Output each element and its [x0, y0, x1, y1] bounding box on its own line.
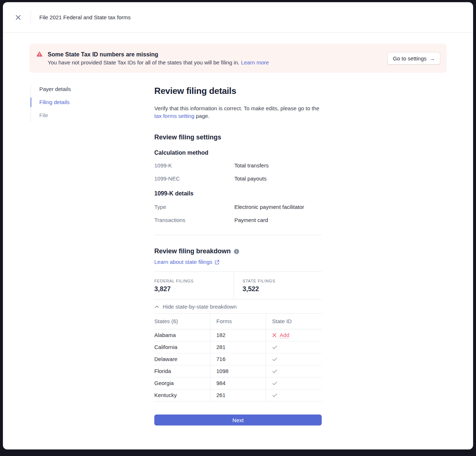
- ext-link-label: Learn about state filings: [154, 258, 212, 266]
- detail-label: 1099-NEC: [154, 175, 234, 182]
- detail-value: Payment card: [234, 217, 268, 224]
- page-title: Review filing details: [154, 86, 322, 96]
- forms-count-cell: 984: [210, 377, 266, 389]
- sidebar-item-file[interactable]: File: [31, 109, 154, 122]
- state-name-cell: Delaware: [154, 353, 210, 365]
- tax-forms-setting-link[interactable]: tax forms setting: [154, 113, 194, 119]
- check-icon: [272, 345, 277, 349]
- state-name-cell: Kentucky: [154, 389, 210, 401]
- banner-message: You have not provided State Tax IDs for …: [48, 59, 269, 66]
- state-id-cell: Add: [266, 329, 322, 341]
- sidebar-item-filing-details[interactable]: Filing details: [31, 96, 154, 109]
- state-name-cell: Georgia: [154, 377, 210, 389]
- check-icon: [272, 357, 277, 361]
- banner-title: Some State Tax ID numbers are missing: [48, 51, 269, 59]
- stat-value: 3,827: [154, 285, 234, 293]
- detail-label: Transactions: [154, 217, 234, 224]
- column-header-forms: Forms: [210, 314, 266, 329]
- go-to-settings-button[interactable]: Go to settings →: [388, 52, 440, 64]
- warning-banner: Some State Tax ID numbers are missing Yo…: [29, 44, 447, 73]
- add-state-id-link[interactable]: Add: [280, 332, 290, 339]
- stat-label: FEDERAL FILINGS: [154, 278, 234, 283]
- state-id-cell: [266, 341, 322, 353]
- chevron-up-icon: [155, 305, 159, 308]
- state-name-cell: Florida: [154, 365, 210, 377]
- table-row: California 281: [154, 341, 322, 353]
- detail-label: 1099-K: [154, 162, 234, 169]
- detail-row-transactions: Transactions Payment card: [154, 217, 322, 224]
- banner-text: Some State Tax ID numbers are missing Yo…: [48, 51, 269, 66]
- review-filing-settings-heading: Review filing settings: [154, 133, 322, 142]
- state-id-cell: [266, 377, 322, 389]
- go-to-settings-label: Go to settings: [393, 55, 427, 62]
- topbar-divider: [31, 10, 31, 25]
- detail-row-1099k: 1099-K Total transfers: [154, 162, 322, 169]
- stat-label: STATE FILINGS: [243, 278, 322, 283]
- next-button[interactable]: Next: [154, 415, 322, 425]
- warning-triangle-icon: [36, 51, 43, 59]
- column-header-states: States (6): [154, 314, 210, 329]
- detail-row-type: Type Electronic payment facilitator: [154, 203, 322, 211]
- federal-filings-stat: FEDERAL FILINGS 3,827: [154, 272, 234, 299]
- review-filing-breakdown-heading: Review filing breakdown: [154, 247, 322, 255]
- banner-action: Go to settings →: [388, 52, 440, 64]
- table-row: Alabama 182 Add: [154, 329, 322, 341]
- detail-value: Total transfers: [234, 162, 269, 169]
- close-icon: [15, 14, 21, 21]
- table-row: Florida 1098: [154, 365, 322, 377]
- forms-count-cell: 281: [210, 341, 266, 353]
- banner-message-text: You have not provided State Tax IDs for …: [48, 59, 239, 66]
- steps-sidebar: Payer details Filing details File: [31, 85, 154, 425]
- state-filings-stat: STATE FILINGS 3,522: [234, 272, 322, 299]
- check-icon: [272, 393, 277, 397]
- close-button[interactable]: [14, 13, 23, 22]
- detail-row-1099nec: 1099-NEC Total payouts: [154, 175, 322, 182]
- forms-count-cell: 261: [210, 389, 266, 401]
- topbar: File 2021 Federal and State tax forms: [3, 2, 473, 33]
- detail-label: Type: [154, 203, 234, 211]
- intro-after: page.: [196, 113, 210, 119]
- intro-text: Verify that this information is correct.…: [154, 104, 322, 120]
- sidebar-item-payer-details[interactable]: Payer details: [31, 85, 154, 96]
- state-id-cell: [266, 365, 322, 377]
- toggle-label: Hide state-by-state breakdown: [163, 303, 237, 310]
- table-row: Kentucky 261: [154, 389, 322, 401]
- arrow-right-icon: →: [429, 55, 435, 62]
- forms-count-cell: 1098: [210, 365, 266, 377]
- check-icon: [272, 381, 277, 385]
- table-row: Delaware 716: [154, 353, 322, 365]
- tax-filing-modal: File 2021 Federal and State tax forms So…: [3, 2, 473, 449]
- state-id-cell: [266, 389, 322, 401]
- window-title: File 2021 Federal and State tax forms: [39, 14, 131, 20]
- hide-breakdown-toggle[interactable]: Hide state-by-state breakdown: [154, 303, 237, 310]
- main-panel: Review filing details Verify that this i…: [154, 85, 322, 425]
- state-name-cell: California: [154, 341, 210, 353]
- section-divider: [154, 235, 322, 235]
- external-link-icon: [215, 260, 219, 265]
- 1099k-details-heading: 1099-K details: [154, 190, 322, 198]
- check-icon: [272, 369, 277, 373]
- stat-value: 3,522: [243, 285, 322, 293]
- info-icon[interactable]: [234, 249, 239, 254]
- state-name-cell: Alabama: [154, 329, 210, 341]
- filings-stats: FEDERAL FILINGS 3,827 STATE FILINGS 3,52…: [154, 271, 322, 300]
- x-icon: [272, 333, 277, 337]
- detail-value: Electronic payment facilitator: [234, 203, 304, 211]
- state-id-cell: [266, 353, 322, 365]
- breakdown-heading-text: Review filing breakdown: [154, 247, 231, 255]
- content-area: Payer details Filing details File Review…: [3, 73, 473, 425]
- forms-count-cell: 182: [210, 329, 266, 341]
- forms-count-cell: 716: [210, 353, 266, 365]
- state-breakdown-table: States (6) Forms State ID Alabama 182: [154, 313, 322, 401]
- intro-before: Verify that this information is correct.…: [154, 105, 319, 111]
- table-row: Georgia 984: [154, 377, 322, 389]
- calculation-method-heading: Calculation method: [154, 149, 322, 157]
- learn-about-state-filings-link[interactable]: Learn about state filings: [154, 258, 219, 266]
- learn-more-link[interactable]: Learn more: [241, 59, 269, 66]
- detail-value: Total payouts: [234, 175, 266, 182]
- column-header-state-id: State ID: [266, 314, 322, 329]
- table-header-row: States (6) Forms State ID: [154, 314, 322, 329]
